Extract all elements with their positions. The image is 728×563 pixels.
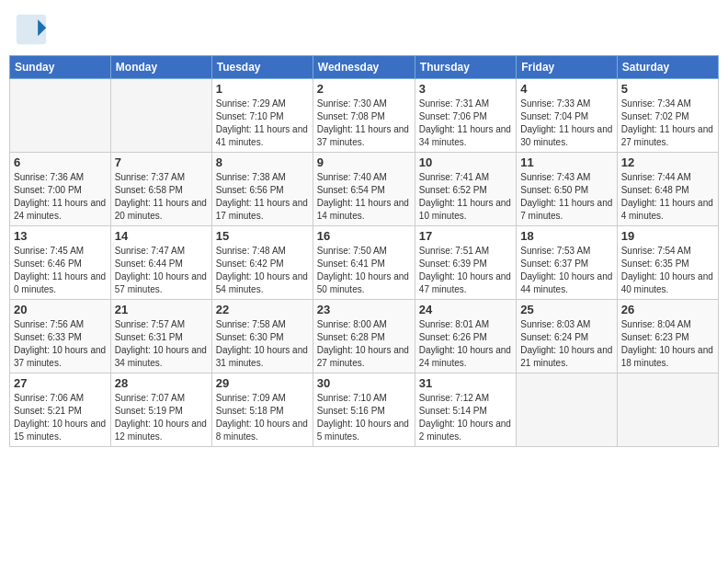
calendar-header-row: SundayMondayTuesdayWednesdayThursdayFrid… [10,56,719,79]
day-info: Sunrise: 7:43 AMSunset: 6:50 PMDaylight:… [520,171,612,223]
calendar-cell: 16Sunrise: 7:50 AMSunset: 6:41 PMDayligh… [313,226,415,300]
calendar-cell: 13Sunrise: 7:45 AMSunset: 6:46 PMDayligh… [10,226,111,300]
day-info: Sunrise: 7:12 AMSunset: 5:14 PMDaylight:… [419,392,512,443]
day-number: 29 [216,376,309,390]
calendar-cell: 15Sunrise: 7:48 AMSunset: 6:42 PMDayligh… [211,226,313,300]
day-header-sunday: Sunday [10,56,111,79]
day-number: 4 [520,82,612,96]
day-info: Sunrise: 7:06 AMSunset: 5:21 PMDaylight:… [14,392,107,443]
day-number: 9 [317,155,411,169]
day-info: Sunrise: 7:07 AMSunset: 5:19 PMDaylight:… [115,392,208,443]
day-number: 2 [317,82,411,96]
day-info: Sunrise: 8:04 AMSunset: 6:23 PMDaylight:… [621,318,714,370]
day-info: Sunrise: 7:34 AMSunset: 7:02 PMDaylight:… [621,98,714,149]
calendar-cell: 11Sunrise: 7:43 AMSunset: 6:50 PMDayligh… [517,153,617,226]
calendar-cell: 18Sunrise: 7:53 AMSunset: 6:37 PMDayligh… [517,226,617,300]
day-header-saturday: Saturday [617,56,718,79]
calendar-cell: 22Sunrise: 7:58 AMSunset: 6:30 PMDayligh… [211,300,313,373]
logo-icon [15,13,48,46]
calendar-cell: 19Sunrise: 7:54 AMSunset: 6:35 PMDayligh… [617,226,718,300]
day-info: Sunrise: 7:38 AMSunset: 6:56 PMDaylight:… [216,171,309,223]
day-number: 12 [621,155,714,169]
day-header-tuesday: Tuesday [211,56,313,79]
day-info: Sunrise: 7:37 AMSunset: 6:58 PMDaylight:… [115,171,208,223]
day-header-wednesday: Wednesday [313,56,415,79]
day-info: Sunrise: 8:00 AMSunset: 6:28 PMDaylight:… [317,318,411,370]
day-number: 20 [14,303,107,316]
day-number: 19 [621,229,714,243]
day-number: 31 [419,376,512,390]
day-number: 7 [115,155,208,169]
day-number: 17 [419,229,512,243]
day-info: Sunrise: 7:10 AMSunset: 5:16 PMDaylight:… [317,392,411,443]
day-number: 27 [14,376,107,390]
day-number: 15 [216,229,309,243]
calendar-week-5: 27Sunrise: 7:06 AMSunset: 5:21 PMDayligh… [10,373,719,447]
calendar-cell: 10Sunrise: 7:41 AMSunset: 6:52 PMDayligh… [415,153,516,226]
day-number: 18 [520,229,612,243]
calendar-cell: 6Sunrise: 7:36 AMSunset: 7:00 PMDaylight… [10,153,111,226]
day-info: Sunrise: 7:56 AMSunset: 6:33 PMDaylight:… [14,318,107,370]
calendar-cell: 21Sunrise: 7:57 AMSunset: 6:31 PMDayligh… [110,300,211,373]
day-info: Sunrise: 8:01 AMSunset: 6:26 PMDaylight:… [419,318,512,370]
day-info: Sunrise: 7:33 AMSunset: 7:04 PMDaylight:… [520,98,612,149]
day-header-monday: Monday [110,56,211,79]
day-number: 24 [419,303,512,316]
day-number: 21 [115,303,208,316]
day-info: Sunrise: 7:36 AMSunset: 7:00 PMDaylight:… [14,171,107,223]
calendar: SundayMondayTuesdayWednesdayThursdayFrid… [9,55,719,447]
calendar-cell [110,79,211,153]
day-info: Sunrise: 7:57 AMSunset: 6:31 PMDaylight:… [115,318,208,370]
day-number: 3 [419,82,512,96]
day-info: Sunrise: 7:51 AMSunset: 6:39 PMDaylight:… [419,245,512,296]
calendar-cell: 27Sunrise: 7:06 AMSunset: 5:21 PMDayligh… [10,373,111,447]
day-info: Sunrise: 7:54 AMSunset: 6:35 PMDaylight:… [621,245,714,296]
logo [15,13,51,46]
calendar-cell: 9Sunrise: 7:40 AMSunset: 6:54 PMDaylight… [313,153,415,226]
calendar-cell: 26Sunrise: 8:04 AMSunset: 6:23 PMDayligh… [617,300,718,373]
calendar-cell: 7Sunrise: 7:37 AMSunset: 6:58 PMDaylight… [110,153,211,226]
calendar-cell: 25Sunrise: 8:03 AMSunset: 6:24 PMDayligh… [517,300,617,373]
calendar-cell: 8Sunrise: 7:38 AMSunset: 6:56 PMDaylight… [211,153,313,226]
day-header-friday: Friday [517,56,617,79]
day-info: Sunrise: 7:44 AMSunset: 6:48 PMDaylight:… [621,171,714,223]
day-info: Sunrise: 7:50 AMSunset: 6:41 PMDaylight:… [317,245,411,296]
day-info: Sunrise: 7:09 AMSunset: 5:18 PMDaylight:… [216,392,309,443]
calendar-cell: 14Sunrise: 7:47 AMSunset: 6:44 PMDayligh… [110,226,211,300]
day-info: Sunrise: 7:47 AMSunset: 6:44 PMDaylight:… [115,245,208,296]
calendar-cell: 24Sunrise: 8:01 AMSunset: 6:26 PMDayligh… [415,300,516,373]
calendar-cell: 20Sunrise: 7:56 AMSunset: 6:33 PMDayligh… [10,300,111,373]
day-number: 8 [216,155,309,169]
calendar-cell: 5Sunrise: 7:34 AMSunset: 7:02 PMDaylight… [617,79,718,153]
day-info: Sunrise: 7:30 AMSunset: 7:08 PMDaylight:… [317,98,411,149]
calendar-week-1: 1Sunrise: 7:29 AMSunset: 7:10 PMDaylight… [10,79,719,153]
day-info: Sunrise: 7:29 AMSunset: 7:10 PMDaylight:… [216,98,309,149]
day-info: Sunrise: 7:48 AMSunset: 6:42 PMDaylight:… [216,245,309,296]
calendar-cell: 3Sunrise: 7:31 AMSunset: 7:06 PMDaylight… [415,79,516,153]
day-number: 10 [419,155,512,169]
calendar-cell: 28Sunrise: 7:07 AMSunset: 5:19 PMDayligh… [110,373,211,447]
calendar-cell [10,79,111,153]
day-number: 30 [317,376,411,390]
day-number: 11 [520,155,612,169]
day-info: Sunrise: 7:31 AMSunset: 7:06 PMDaylight:… [419,98,512,149]
day-number: 26 [621,303,714,316]
day-number: 13 [14,229,107,243]
day-info: Sunrise: 8:03 AMSunset: 6:24 PMDaylight:… [520,318,612,370]
day-number: 23 [317,303,411,316]
day-number: 25 [520,303,612,316]
calendar-cell: 1Sunrise: 7:29 AMSunset: 7:10 PMDaylight… [211,79,313,153]
day-info: Sunrise: 7:45 AMSunset: 6:46 PMDaylight:… [14,245,107,296]
day-header-thursday: Thursday [415,56,516,79]
day-number: 16 [317,229,411,243]
page-header [9,9,719,50]
calendar-week-4: 20Sunrise: 7:56 AMSunset: 6:33 PMDayligh… [10,300,719,373]
day-number: 1 [216,82,309,96]
day-info: Sunrise: 7:41 AMSunset: 6:52 PMDaylight:… [419,171,512,223]
calendar-cell: 12Sunrise: 7:44 AMSunset: 6:48 PMDayligh… [617,153,718,226]
calendar-cell: 30Sunrise: 7:10 AMSunset: 5:16 PMDayligh… [313,373,415,447]
calendar-cell: 17Sunrise: 7:51 AMSunset: 6:39 PMDayligh… [415,226,516,300]
calendar-cell [617,373,718,447]
day-number: 28 [115,376,208,390]
calendar-cell: 23Sunrise: 8:00 AMSunset: 6:28 PMDayligh… [313,300,415,373]
